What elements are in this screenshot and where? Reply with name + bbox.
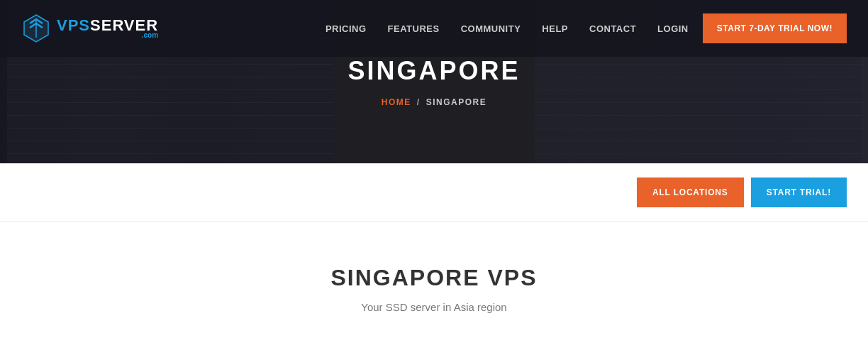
content-title: SINGAPORE VPS	[21, 265, 847, 291]
nav-item-community[interactable]: COMMUNITY	[461, 22, 521, 35]
start-trial-button[interactable]: START TRIAL!	[751, 178, 847, 207]
nav-link-community[interactable]: COMMUNITY	[461, 23, 521, 34]
content-section: SINGAPORE VPS Your SSD server in Asia re…	[0, 222, 868, 342]
logo-icon	[21, 13, 51, 43]
nav-item-pricing[interactable]: PRICING	[326, 22, 367, 35]
breadcrumb-separator: /	[417, 97, 421, 107]
nav-item-contact[interactable]: CONTACT	[589, 22, 636, 35]
logo-text: VPSSERVER .com	[57, 18, 158, 39]
nav-link-help[interactable]: HELP	[542, 23, 568, 34]
breadcrumb-current: SINGAPORE	[426, 97, 487, 107]
nav-link-features[interactable]: FEATURES	[388, 23, 440, 34]
hero-content: SINGAPORE HOME / SINGAPORE	[347, 56, 520, 107]
nav-links: PRICING FEATURES COMMUNITY HELP CONTACT	[326, 22, 636, 35]
action-bar: ALL LOCATIONS START TRIAL!	[0, 163, 868, 222]
breadcrumb-home-link[interactable]: HOME	[382, 97, 411, 107]
hero-title: SINGAPORE	[347, 56, 520, 86]
logo-link[interactable]: VPSSERVER .com	[21, 13, 158, 43]
breadcrumb: HOME / SINGAPORE	[347, 97, 520, 107]
logo-dotcom: .com	[142, 32, 158, 39]
logo-vps: VPS	[57, 16, 90, 34]
nav-item-features[interactable]: FEATURES	[388, 22, 440, 35]
nav-link-contact[interactable]: CONTACT	[589, 23, 636, 34]
content-subtitle: Your SSD server in Asia region	[21, 301, 847, 313]
all-locations-button[interactable]: ALL LOCATIONS	[637, 178, 744, 207]
navbar: VPSSERVER .com PRICING FEATURES COMMUNIT…	[0, 0, 868, 57]
nav-item-help[interactable]: HELP	[542, 22, 568, 35]
login-link[interactable]: LOGIN	[657, 23, 689, 34]
trial-button[interactable]: START 7-DAY TRIAL NOW!	[703, 13, 847, 43]
nav-link-pricing[interactable]: PRICING	[326, 23, 367, 34]
